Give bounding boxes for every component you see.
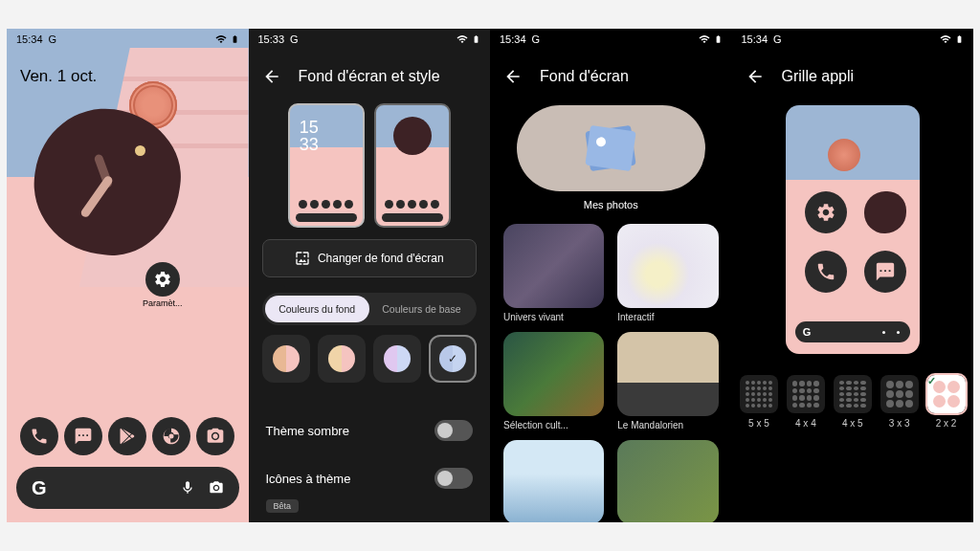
status-bar: 15:34G [732, 29, 974, 50]
grid-opt-5x5[interactable]: 5 x 5 [738, 375, 781, 429]
wifi-icon [214, 33, 228, 45]
back-icon[interactable] [746, 67, 765, 86]
color-source-tabs: Couleurs du fond Couleurs de base [262, 293, 478, 325]
play-store-icon[interactable] [108, 417, 146, 455]
grid-opt-4x4[interactable]: 4 x 4 [784, 375, 827, 429]
grid-preview: G [786, 105, 920, 354]
my-photos-button[interactable] [517, 105, 705, 191]
color-swatch-3[interactable] [373, 335, 421, 383]
themed-icons-row: Icônes à thème [266, 459, 474, 497]
preview-messages-icon [864, 251, 906, 293]
dark-theme-row: Thème sombre [266, 411, 474, 450]
category-tide[interactable]: Marée [503, 440, 604, 522]
wallpaper-style-screen: 15:33G Fond d'écran et style 15 33 Chang… [249, 29, 491, 522]
wallpaper-icon [295, 251, 310, 266]
google-g-icon: G [32, 477, 47, 499]
wallpaper-categories: Univers vivant Interactif Sélection cult… [503, 224, 719, 522]
grid-opt-2x2[interactable]: 2 x 2 [924, 375, 968, 429]
category-more-1[interactable] [617, 440, 718, 522]
tab-wallpaper-colors[interactable]: Couleurs du fond [265, 296, 369, 322]
svg-point-0 [882, 331, 885, 334]
lock-preview[interactable] [374, 103, 451, 228]
back-icon[interactable] [503, 67, 523, 86]
preview-phone-icon [805, 251, 847, 293]
wallpaper-picker-screen: 15:34G Fond d'écran Mes photos Univers v… [490, 29, 732, 522]
change-wallpaper-button[interactable]: Changer de fond d'écran [262, 239, 478, 277]
grid-options: 5 x 5 4 x 4 4 x 5 3 x 3 2 x 2 [738, 375, 969, 429]
date-widget[interactable]: Ven. 1 oct. [20, 67, 97, 86]
status-bar: 15:34G [7, 29, 249, 50]
settings-app-icon[interactable]: Paramèt... [143, 262, 183, 308]
page-header: Fond d'écran [490, 57, 732, 96]
home-preview[interactable]: 15 33 [288, 103, 365, 228]
dark-theme-toggle[interactable] [434, 420, 473, 441]
clock-widget[interactable] [40, 115, 174, 249]
mic-icon[interactable] [180, 480, 195, 496]
battery-icon [231, 33, 239, 46]
color-swatch-4[interactable] [429, 335, 477, 383]
battery-icon [714, 33, 723, 46]
beta-badge: Bêta [266, 499, 300, 513]
svg-point-1 [897, 331, 900, 334]
lens-icon[interactable] [209, 480, 224, 496]
preview-gear-icon [805, 191, 847, 233]
preview-clock-icon [864, 191, 906, 233]
page-title: Fond d'écran [540, 68, 629, 85]
themed-icons-toggle[interactable] [434, 468, 473, 489]
my-photos-label: Mes photos [490, 199, 732, 210]
gear-icon [145, 262, 180, 297]
wifi-icon [456, 33, 469, 45]
photos-icon [586, 125, 636, 171]
status-bar: 15:33G [249, 29, 491, 50]
chrome-app-icon[interactable] [152, 417, 190, 455]
category-interactive[interactable]: Interactif [617, 224, 718, 322]
color-swatch-1[interactable] [262, 335, 310, 383]
app-dock [7, 417, 249, 455]
page-title: Fond d'écran et style [299, 68, 440, 85]
wifi-icon [939, 33, 952, 45]
category-curated[interactable]: Sélection cult... [503, 332, 604, 430]
search-bar[interactable]: G [16, 467, 239, 509]
home-screen: 15:34G Ven. 1 oct. Paramèt... G [7, 29, 249, 522]
tab-basic-colors[interactable]: Couleurs de base [369, 296, 474, 322]
page-header: Fond d'écran et style [249, 57, 491, 96]
grid-opt-4x5[interactable]: 4 x 5 [831, 375, 874, 429]
color-swatches [262, 335, 478, 383]
category-mandalorian[interactable]: Le Mandalorien [617, 332, 718, 430]
camera-app-icon[interactable] [196, 417, 234, 455]
status-bar: 15:34G [490, 29, 732, 50]
grid-opt-3x3[interactable]: 3 x 3 [878, 375, 921, 429]
category-living-universe[interactable]: Univers vivant [503, 224, 604, 322]
back-icon[interactable] [262, 67, 281, 86]
wifi-icon [698, 33, 711, 45]
battery-icon [472, 33, 480, 46]
messages-app-icon[interactable] [64, 417, 102, 455]
page-title: Grille appli [782, 68, 855, 85]
phone-app-icon[interactable] [20, 417, 58, 455]
battery-icon [955, 33, 964, 46]
page-header: Grille appli [732, 57, 974, 96]
app-grid-screen: 15:34G Grille appli G 5 x 5 4 x 4 4 x 5 … [732, 29, 974, 522]
color-swatch-2[interactable] [318, 335, 366, 383]
